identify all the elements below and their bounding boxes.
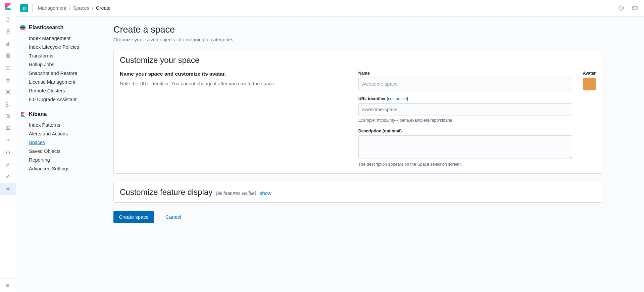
nav-management-icon[interactable]: [0, 183, 16, 195]
svg-point-18: [619, 6, 624, 10]
url-label: URL identifier [customize]: [358, 96, 572, 101]
svg-point-11: [6, 93, 6, 94]
panel-title: Customize your space: [120, 55, 596, 65]
divider: [32, 4, 33, 12]
sidebar-item-upgrade[interactable]: 8.0 Upgrade Assistant: [20, 95, 101, 104]
nav-apm-icon[interactable]: [0, 122, 16, 134]
nav-siem-icon[interactable]: [0, 147, 16, 159]
nav-dashboard-icon[interactable]: [0, 50, 16, 62]
svg-point-17: [7, 188, 9, 190]
name-label: Name: [358, 71, 572, 76]
svg-rect-3: [8, 54, 10, 55]
svg-rect-6: [6, 66, 10, 69]
customize-heading: Name your space and customize its avatar…: [120, 71, 348, 77]
url-hint: Example: https://my-kibana.example/s//ap…: [358, 118, 572, 123]
avatar-label: Avatar: [579, 71, 596, 76]
nav-canvas-icon[interactable]: [0, 62, 16, 74]
sidebar-item-index-patterns[interactable]: Index Patterns: [20, 121, 101, 129]
section-elasticsearch: Elasticsearch: [20, 25, 101, 31]
svg-point-13: [6, 102, 8, 104]
sidebar-item-snapshot[interactable]: Snapshot and Restore: [20, 69, 101, 78]
nav-devtools-icon[interactable]: [0, 159, 16, 171]
svg-rect-4: [6, 56, 8, 58]
sidebar-item-rollup[interactable]: Rollup Jobs: [20, 60, 101, 69]
nav-ml-icon[interactable]: [0, 86, 16, 98]
sidebar-item-ilm[interactable]: Index Lifecycle Policies: [20, 43, 101, 51]
sidebar-item-saved-objects[interactable]: Saved Objects: [20, 147, 101, 156]
sidebar-item-remote-clusters[interactable]: Remote Clusters: [20, 86, 101, 95]
url-hint-bold: /s/: [426, 118, 431, 123]
nav-uptime-icon[interactable]: [0, 134, 16, 147]
svg-point-7: [7, 79, 8, 80]
desc-textarea[interactable]: [358, 135, 572, 159]
nav-infra-icon[interactable]: [0, 98, 16, 110]
url-input[interactable]: [358, 103, 572, 116]
svg-point-9: [6, 90, 6, 91]
elasticsearch-icon: [20, 25, 26, 30]
url-customize-link[interactable]: [customize]: [387, 96, 408, 101]
page-subtitle: Organize your saved objects into meaning…: [113, 37, 602, 42]
breadcrumb-sep: /: [69, 5, 70, 11]
kibana-logo-icon[interactable]: [4, 3, 12, 11]
feature-display-panel: Customize feature display (all features …: [113, 182, 602, 203]
customize-note: Note the URL identifier. You cannot chan…: [120, 80, 348, 88]
svg-rect-14: [6, 105, 8, 107]
svg-point-10: [9, 90, 10, 91]
topbar: D Management / Spaces / Create: [16, 0, 644, 16]
kibana-icon: [20, 112, 26, 117]
space-switcher[interactable]: D: [20, 4, 28, 12]
page-title: Create a space: [113, 25, 602, 35]
section-kibana: Kibana: [20, 111, 101, 117]
create-space-button[interactable]: Create space: [113, 211, 154, 223]
nav-rail: [0, 0, 16, 292]
breadcrumb-spaces[interactable]: Spaces: [73, 5, 89, 11]
management-sidebar: Elasticsearch Index Management Index Lif…: [16, 16, 107, 292]
main-content: Create a space Organize your saved objec…: [107, 16, 610, 292]
newsfeed-icon[interactable]: [614, 1, 628, 15]
feature-show-link[interactable]: show: [260, 190, 271, 196]
customize-space-panel: Customize your space Name your space and…: [113, 50, 602, 174]
breadcrumb-management[interactable]: Management: [38, 5, 66, 11]
sidebar-item-index-management[interactable]: Index Management: [20, 34, 101, 43]
nav-collapse-icon[interactable]: [0, 279, 16, 292]
name-input[interactable]: [358, 78, 572, 90]
nav-recent-icon[interactable]: [0, 13, 16, 26]
breadcrumb: Management / Spaces / Create: [38, 5, 111, 11]
section-title: Elasticsearch: [29, 25, 63, 31]
nav-discover-icon[interactable]: [0, 26, 16, 38]
sidebar-item-advanced-settings[interactable]: Advanced Settings: [20, 164, 101, 173]
nav-logs-icon[interactable]: [0, 110, 16, 122]
feature-title: Customize feature display: [120, 187, 212, 197]
svg-rect-5: [8, 56, 10, 58]
url-hint-prefix: Example: https://my-kibana.example: [358, 118, 426, 123]
sidebar-item-spaces[interactable]: Spaces: [20, 138, 101, 147]
cancel-button[interactable]: Cancel: [163, 214, 183, 220]
breadcrumb-sep: /: [92, 5, 93, 11]
nav-monitoring-icon[interactable]: [0, 171, 16, 183]
url-label-text: URL identifier: [358, 96, 386, 101]
nav-maps-icon[interactable]: [0, 74, 16, 86]
svg-rect-20: [633, 6, 637, 10]
sidebar-item-transforms[interactable]: Transforms: [20, 51, 101, 60]
svg-point-19: [620, 7, 623, 9]
svg-rect-2: [6, 54, 8, 55]
avatar-swatch[interactable]: [583, 78, 596, 90]
desc-hint: The description appears on the Space sel…: [358, 162, 572, 167]
breadcrumb-current: Create: [96, 5, 111, 11]
desc-label: Description (optional): [358, 129, 572, 133]
svg-point-12: [9, 93, 10, 94]
mail-icon[interactable]: [628, 1, 641, 15]
action-row: Create space Cancel: [113, 211, 602, 223]
nav-visualize-icon[interactable]: [0, 38, 16, 50]
sidebar-item-reporting[interactable]: Reporting: [20, 156, 101, 164]
sidebar-item-alerts[interactable]: Alerts and Actions: [20, 129, 101, 138]
url-hint-suffix: /app/kibana.: [431, 118, 453, 123]
feature-subtitle: (all features visible): [216, 191, 256, 196]
section-title: Kibana: [29, 111, 47, 117]
sidebar-item-license[interactable]: License Management: [20, 78, 101, 86]
